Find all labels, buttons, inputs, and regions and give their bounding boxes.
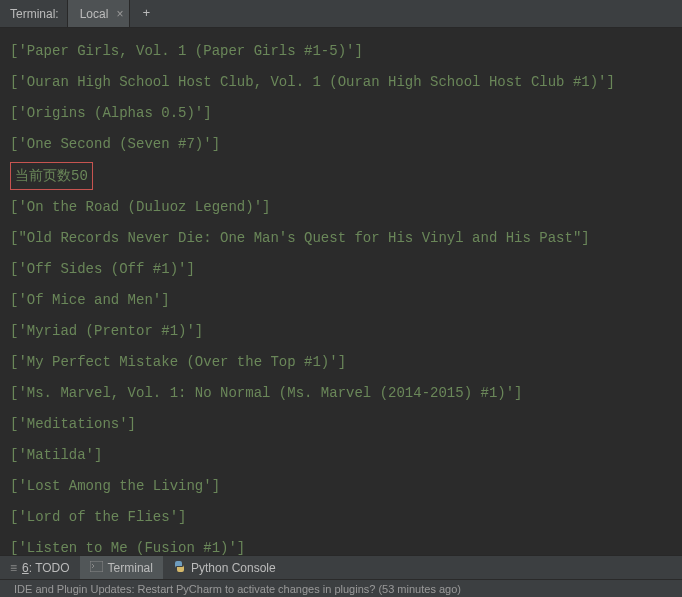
todo-hotkey: 6: [22, 561, 29, 575]
python-icon: [173, 560, 186, 576]
output-line: ['Origins (Alphas 0.5)']: [10, 98, 676, 129]
output-line: ['On the Road (Duluoz Legend)']: [10, 192, 676, 223]
output-line: ['Listen to Me (Fusion #1)']: [10, 533, 676, 555]
output-line: ['Ms. Marvel, Vol. 1: No Normal (Ms. Mar…: [10, 378, 676, 409]
output-line: ['Off Sides (Off #1)']: [10, 254, 676, 285]
svg-rect-0: [90, 561, 103, 572]
add-terminal-button[interactable]: +: [130, 6, 162, 21]
terminal-tool-label: Terminal: [108, 561, 153, 575]
output-line: ['Lord of the Flies']: [10, 502, 676, 533]
highlighted-output-line: 当前页数50: [10, 162, 93, 190]
terminal-icon: [90, 561, 103, 575]
output-line: ['Myriad (Prentor #1)']: [10, 316, 676, 347]
status-message[interactable]: IDE and Plugin Updates: Restart PyCharm …: [14, 583, 461, 595]
terminal-output[interactable]: ['Paper Girls, Vol. 1 (Paper Girls #1-5)…: [0, 28, 682, 555]
output-line: ["Old Records Never Die: One Man's Quest…: [10, 223, 676, 254]
list-icon: ≡: [10, 561, 17, 575]
output-line: ['Paper Girls, Vol. 1 (Paper Girls #1-5)…: [10, 36, 676, 67]
terminal-tab-local[interactable]: Local ×: [68, 0, 131, 27]
terminal-panel-label: Terminal:: [0, 0, 68, 27]
todo-label: : TODO: [29, 561, 70, 575]
python-console-label: Python Console: [191, 561, 276, 575]
bottom-tool-bar: ≡ 6: TODO Terminal Python Console: [0, 555, 682, 579]
output-line: ['Of Mice and Men']: [10, 285, 676, 316]
output-line: ['Lost Among the Living']: [10, 471, 676, 502]
output-line: ['Matilda']: [10, 440, 676, 471]
todo-tool-button[interactable]: ≡ 6: TODO: [0, 556, 80, 579]
terminal-tab-label: Local: [80, 7, 109, 21]
output-line: ['One Second (Seven #7)']: [10, 129, 676, 160]
status-bar: IDE and Plugin Updates: Restart PyCharm …: [0, 579, 682, 597]
terminal-tool-button[interactable]: Terminal: [80, 556, 163, 579]
output-line: ['Meditations']: [10, 409, 676, 440]
output-line: ['My Perfect Mistake (Over the Top #1)']: [10, 347, 676, 378]
python-console-tool-button[interactable]: Python Console: [163, 556, 286, 579]
close-icon[interactable]: ×: [116, 7, 123, 21]
output-line: ['Ouran High School Host Club, Vol. 1 (O…: [10, 67, 676, 98]
terminal-top-bar: Terminal: Local × +: [0, 0, 682, 28]
